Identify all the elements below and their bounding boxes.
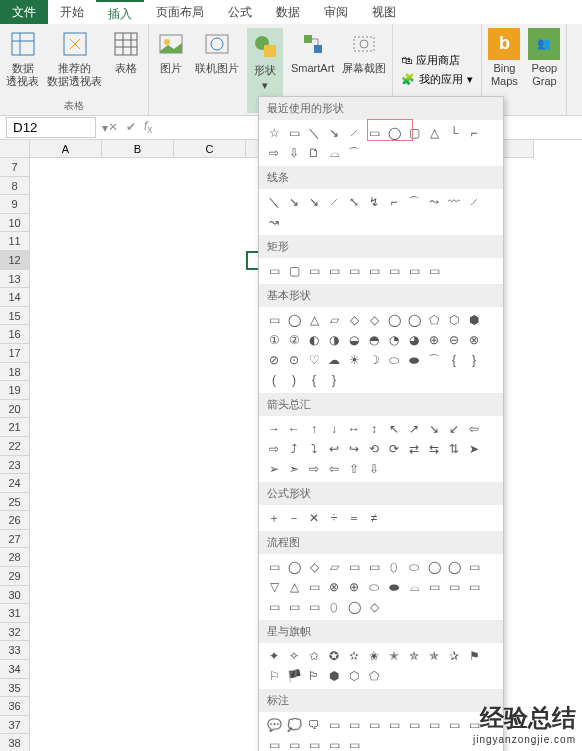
shape-item[interactable]: ⬢ bbox=[325, 667, 343, 685]
shape-item[interactable]: ▭ bbox=[445, 716, 463, 734]
shape-item[interactable]: ← bbox=[285, 420, 303, 438]
shape-item[interactable]: ⬡ bbox=[345, 667, 363, 685]
shape-item[interactable]: ⬢ bbox=[465, 311, 483, 329]
shape-item[interactable]: ▽ bbox=[265, 578, 283, 596]
shape-item[interactable]: ➣ bbox=[285, 460, 303, 478]
shape-item[interactable]: ▭ bbox=[325, 716, 343, 734]
name-box[interactable] bbox=[6, 117, 96, 138]
row-header-12[interactable]: 12 bbox=[0, 251, 30, 270]
shape-item[interactable]: ⬠ bbox=[425, 311, 443, 329]
shape-item[interactable]: ◯ bbox=[285, 311, 303, 329]
shape-item[interactable]: ↘ bbox=[285, 193, 303, 211]
shape-item[interactable]: ⤳ bbox=[425, 193, 443, 211]
shape-item[interactable]: ② bbox=[285, 331, 303, 349]
enter-icon[interactable]: ✔ bbox=[126, 120, 136, 134]
row-header-19[interactable]: 19 bbox=[0, 381, 30, 400]
shape-item[interactable]: △ bbox=[305, 311, 323, 329]
shape-item[interactable]: } bbox=[465, 351, 483, 369]
shape-item[interactable]: ◯ bbox=[345, 598, 363, 616]
shape-item[interactable]: ⬠ bbox=[365, 667, 383, 685]
shape-item[interactable]: ▭ bbox=[325, 736, 343, 751]
shape-item[interactable]: ▱ bbox=[325, 558, 343, 576]
row-header-22[interactable]: 22 bbox=[0, 437, 30, 456]
shape-item[interactable]: ⌒ bbox=[405, 193, 423, 211]
shape-item[interactable]: ↕ bbox=[365, 420, 383, 438]
shape-item[interactable]: ⌓ bbox=[405, 578, 423, 596]
shape-item[interactable]: ◯ bbox=[285, 558, 303, 576]
shape-item[interactable]: 〰 bbox=[445, 193, 463, 211]
tab-view[interactable]: 视图 bbox=[360, 0, 408, 24]
shape-item[interactable]: ⤴ bbox=[285, 440, 303, 458]
row-header-35[interactable]: 35 bbox=[0, 679, 30, 698]
shape-item[interactable]: ) bbox=[285, 371, 303, 389]
line-shape[interactable]: ＼ bbox=[305, 124, 323, 142]
shape-item[interactable]: ✯ bbox=[425, 647, 443, 665]
shape-item[interactable]: ( bbox=[265, 371, 283, 389]
shape-item[interactable]: ⬡ bbox=[445, 311, 463, 329]
tab-data[interactable]: 数据 bbox=[264, 0, 312, 24]
doc-shape[interactable]: 🗋 bbox=[305, 144, 323, 162]
cylinder-shape[interactable]: ⌓ bbox=[325, 144, 343, 162]
shape-item[interactable]: ▭ bbox=[345, 736, 363, 751]
shape-item[interactable]: ＝ bbox=[345, 509, 363, 527]
shape-item[interactable]: ✮ bbox=[405, 647, 423, 665]
shape-item[interactable]: ⊗ bbox=[325, 578, 343, 596]
shape-item[interactable]: ≠ bbox=[365, 509, 383, 527]
shape-item[interactable]: ⇧ bbox=[345, 460, 363, 478]
shape-item[interactable]: ✭ bbox=[385, 647, 403, 665]
row-header-17[interactable]: 17 bbox=[0, 344, 30, 363]
shape-item[interactable]: ↖ bbox=[385, 420, 403, 438]
shape-item[interactable]: ▭ bbox=[325, 262, 343, 280]
shape-item[interactable]: ⬭ bbox=[385, 351, 403, 369]
shape-item[interactable]: ▭ bbox=[305, 262, 323, 280]
shape-item[interactable]: ✫ bbox=[345, 647, 363, 665]
shape-item[interactable]: ◐ bbox=[305, 331, 323, 349]
step-shape[interactable]: ⌐ bbox=[465, 124, 483, 142]
shape-item[interactable]: ▭ bbox=[365, 558, 383, 576]
shape-item[interactable]: ◔ bbox=[385, 331, 403, 349]
row-header-18[interactable]: 18 bbox=[0, 363, 30, 382]
shape-item[interactable]: ▭ bbox=[345, 558, 363, 576]
row-header-14[interactable]: 14 bbox=[0, 288, 30, 307]
shape-item[interactable]: ↗ bbox=[405, 420, 423, 438]
shape-item[interactable]: ⇨ bbox=[305, 460, 323, 478]
shape-item[interactable]: ↘ bbox=[305, 193, 323, 211]
shape-item[interactable]: ▭ bbox=[305, 736, 323, 751]
col-header-B[interactable]: B bbox=[102, 140, 174, 158]
shape-item[interactable]: ▭ bbox=[425, 716, 443, 734]
shape-item[interactable]: ⬭ bbox=[405, 558, 423, 576]
shape-item[interactable]: ⬯ bbox=[385, 558, 403, 576]
row-header-26[interactable]: 26 bbox=[0, 511, 30, 530]
shape-item[interactable]: ↯ bbox=[365, 193, 383, 211]
shape-item[interactable]: ⊗ bbox=[465, 331, 483, 349]
shape-item[interactable]: ◕ bbox=[405, 331, 423, 349]
row-header-29[interactable]: 29 bbox=[0, 567, 30, 586]
row-header-37[interactable]: 37 bbox=[0, 716, 30, 735]
row-header-15[interactable]: 15 bbox=[0, 307, 30, 326]
shape-item[interactable]: ⬯ bbox=[325, 598, 343, 616]
shape-item[interactable]: ◯ bbox=[385, 311, 403, 329]
row-header-28[interactable]: 28 bbox=[0, 548, 30, 567]
row-header-33[interactable]: 33 bbox=[0, 641, 30, 660]
select-all-corner[interactable] bbox=[0, 140, 30, 158]
row-header-20[interactable]: 20 bbox=[0, 400, 30, 419]
shape-item[interactable]: ▭ bbox=[425, 262, 443, 280]
shape-item[interactable]: ⊕ bbox=[345, 578, 363, 596]
shape-item[interactable]: ⟋ bbox=[325, 193, 343, 211]
shape-item[interactable]: ◒ bbox=[345, 331, 363, 349]
shape-item[interactable]: ⇦ bbox=[465, 420, 483, 438]
shape-item[interactable]: ▭ bbox=[265, 262, 283, 280]
fx-icon[interactable]: fx bbox=[144, 119, 152, 135]
shape-item[interactable]: ① bbox=[265, 331, 283, 349]
shape-item[interactable]: ＋ bbox=[265, 509, 283, 527]
peoplegraph-button[interactable]: 👥Peop Grap bbox=[528, 28, 560, 113]
shape-item[interactable]: ⤵ bbox=[305, 440, 323, 458]
shape-item[interactable]: ✦ bbox=[265, 647, 283, 665]
arrow-shape[interactable]: ⇨ bbox=[265, 144, 283, 162]
shape-item[interactable]: ▭ bbox=[305, 578, 323, 596]
shape-item[interactable]: － bbox=[285, 509, 303, 527]
row-header-7[interactable]: 7 bbox=[0, 158, 30, 177]
shape-item[interactable]: ◇ bbox=[345, 311, 363, 329]
shape-item[interactable]: ▭ bbox=[345, 716, 363, 734]
shape-item[interactable]: ↩ bbox=[325, 440, 343, 458]
